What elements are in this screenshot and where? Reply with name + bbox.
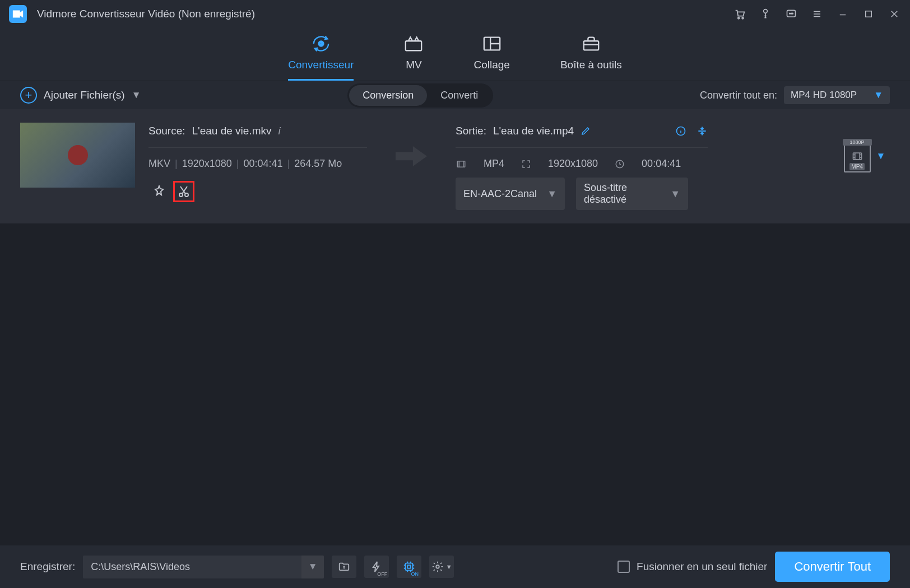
format-resolution-badge: 1080P — [843, 139, 872, 146]
save-path-box: C:\Users\RAIS\Videos ▼ — [83, 556, 324, 578]
titlebar-controls — [733, 7, 901, 21]
output-filename: L'eau de vie.mp4 — [493, 125, 574, 137]
footer: Enregistrer: C:\Users\RAIS\Videos ▼ OFF … — [0, 545, 910, 588]
output-format-selector[interactable]: 1080P MP4 ▼ — [839, 123, 890, 190]
arrow-indicator — [380, 123, 442, 190]
merge-checkbox[interactable]: Fusionner en un seul fichier — [618, 561, 767, 573]
svg-rect-11 — [584, 41, 598, 50]
merge-label: Fusionner en un seul fichier — [637, 561, 767, 573]
convert-all-label: Convertir tout en: — [700, 90, 777, 101]
pill-converted[interactable]: Converti — [427, 85, 491, 106]
svg-point-1 — [742, 17, 744, 19]
converter-icon — [312, 35, 331, 52]
open-folder-button[interactable] — [332, 556, 356, 578]
tab-collage[interactable]: Collage — [473, 35, 509, 81]
output-duration: 00:04:41 — [642, 158, 681, 170]
source-filename: L'eau de vie.mkv — [192, 125, 271, 137]
maximize-icon[interactable] — [862, 7, 875, 21]
tab-label: Convertisseur — [288, 59, 354, 71]
toolbox-icon — [582, 35, 601, 52]
subtitle-dropdown[interactable]: Sous-titre désactivé ▼ — [576, 178, 688, 210]
output-format: MP4 — [484, 158, 504, 170]
format-dropdown[interactable]: MP4 HD 1080P ▼ — [784, 86, 890, 104]
svg-point-0 — [738, 17, 740, 19]
save-path[interactable]: C:\Users\RAIS\Videos — [83, 556, 301, 578]
titlebar: Vidmore Convertisseur Vidéo (Non enregis… — [0, 0, 910, 28]
svg-rect-7 — [866, 11, 872, 17]
enhance-button[interactable] — [148, 181, 170, 202]
mv-icon — [404, 35, 423, 52]
convert-all-button[interactable]: Convertir Tout — [775, 552, 890, 582]
format-icon: 1080P MP4 — [844, 140, 871, 172]
arrow-right-icon — [396, 146, 427, 166]
pill-conversion[interactable]: Conversion — [349, 85, 427, 106]
svg-rect-19 — [407, 565, 411, 568]
resolution-icon — [521, 159, 531, 169]
save-path-dropdown[interactable]: ▼ — [301, 556, 324, 578]
tab-label: MV — [406, 59, 422, 71]
chevron-down-icon: ▼ — [876, 151, 886, 162]
convert-all-format: Convertir tout en: MP4 HD 1080P ▼ — [700, 86, 890, 104]
key-icon[interactable] — [759, 7, 772, 21]
output-resolution: 1920x1080 — [548, 158, 598, 170]
svg-point-2 — [764, 10, 768, 13]
tab-toolbox[interactable]: Boîte à outils — [560, 35, 622, 81]
tab-mv[interactable]: MV — [404, 35, 423, 81]
edit-icon[interactable] — [581, 126, 591, 136]
feedback-icon[interactable] — [784, 7, 798, 21]
tab-label: Boîte à outils — [560, 59, 622, 71]
svg-point-20 — [436, 565, 439, 568]
output-column: Sortie:L'eau de vie.mp4 MP4 1920x1080 00… — [456, 123, 708, 210]
subtitle-value: Sous-titre désactivé — [584, 182, 670, 206]
file-row: Source: L'eau de vie.mkv i MKV|1920x1080… — [0, 109, 910, 223]
settings-button[interactable]: ▼ — [429, 556, 454, 578]
close-icon[interactable] — [888, 7, 901, 21]
format-ext-badge: MP4 — [849, 163, 865, 170]
chevron-down-icon: ▼ — [547, 188, 557, 200]
tab-converter[interactable]: Convertisseur — [288, 35, 354, 81]
chevron-down-icon: ▼ — [874, 90, 883, 101]
svg-rect-17 — [853, 153, 861, 160]
save-label: Enregistrer: — [20, 561, 75, 573]
conversion-toggle: Conversion Converti — [347, 83, 493, 108]
cut-button[interactable] — [173, 181, 194, 202]
gpu-on-button[interactable]: ON — [397, 556, 421, 578]
checkbox-icon — [618, 561, 630, 573]
output-label: Sortie: — [456, 125, 486, 137]
format-value: MP4 HD 1080P — [791, 90, 857, 101]
clock-icon — [615, 159, 625, 169]
add-files-label: Ajouter Fichier(s) — [44, 89, 125, 101]
info-circle-icon[interactable] — [675, 125, 686, 137]
video-thumbnail[interactable] — [20, 123, 135, 188]
file-list: Source: L'eau de vie.mkv i MKV|1920x1080… — [0, 109, 910, 447]
source-meta: MKV|1920x1080|00:04:41|264.57 Mo — [148, 158, 367, 170]
audio-track-value: EN-AAC-2Canal — [463, 188, 537, 200]
video-icon — [456, 159, 467, 169]
minimize-icon[interactable] — [836, 7, 849, 21]
compress-icon[interactable] — [697, 125, 708, 137]
svg-rect-18 — [406, 563, 413, 571]
toolbar: + Ajouter Fichier(s) ▼ Conversion Conver… — [0, 81, 910, 109]
source-label: Source: — [148, 125, 185, 137]
audio-track-dropdown[interactable]: EN-AAC-2Canal ▼ — [456, 178, 565, 210]
app-logo-icon — [9, 5, 27, 23]
svg-rect-9 — [406, 41, 421, 50]
svg-point-4 — [790, 13, 791, 14]
svg-rect-15 — [457, 161, 465, 167]
tab-label: Collage — [473, 59, 509, 71]
add-files-button[interactable]: + Ajouter Fichier(s) ▼ — [20, 87, 141, 104]
info-icon[interactable]: i — [278, 125, 280, 137]
svg-point-5 — [791, 13, 792, 14]
plus-icon: + — [20, 87, 37, 104]
main-tabs: Convertisseur MV Collage Boîte à outils — [0, 28, 910, 81]
app-title: Vidmore Convertisseur Vidéo (Non enregis… — [37, 8, 255, 20]
collage-icon — [482, 35, 502, 52]
source-column: Source: L'eau de vie.mkv i MKV|1920x1080… — [148, 123, 367, 202]
svg-point-6 — [792, 13, 793, 14]
cart-icon[interactable] — [733, 7, 746, 21]
menu-icon[interactable] — [810, 7, 824, 21]
hw-accel-off-button[interactable]: OFF — [364, 556, 389, 578]
chevron-down-icon: ▼ — [670, 188, 680, 200]
chevron-down-icon[interactable]: ▼ — [132, 90, 141, 101]
